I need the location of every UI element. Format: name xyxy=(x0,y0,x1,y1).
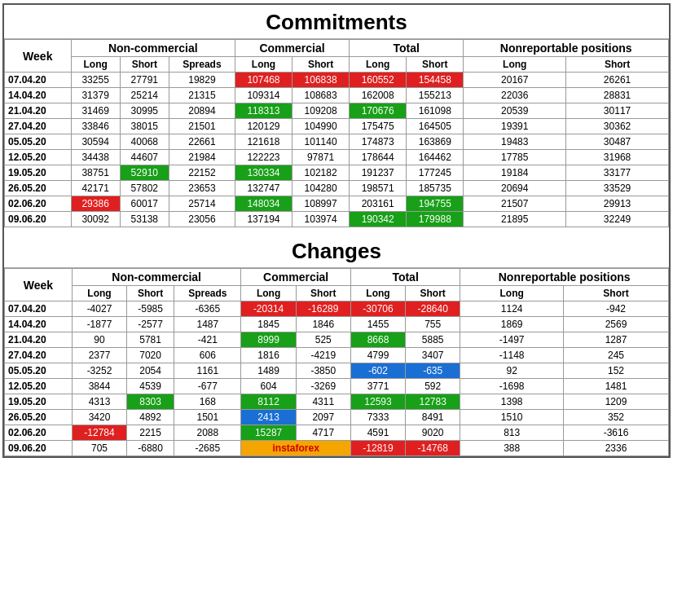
data-cell: 1816 xyxy=(241,348,296,363)
data-cell: 5885 xyxy=(406,332,460,348)
data-cell: 1481 xyxy=(564,379,669,394)
data-cell: 42171 xyxy=(71,181,120,196)
data-cell: 33529 xyxy=(566,181,669,196)
data-cell: 106838 xyxy=(293,73,350,88)
week-cell: 26.05.20 xyxy=(5,410,73,425)
week-cell: 21.04.20 xyxy=(5,332,73,348)
ch-nc-short-header: Short xyxy=(127,286,174,301)
data-cell: 102182 xyxy=(293,165,350,181)
total-header: Total xyxy=(350,40,464,57)
data-cell: 4539 xyxy=(127,379,174,394)
data-cell: 245 xyxy=(564,348,669,363)
data-cell: 29386 xyxy=(71,196,120,212)
data-cell: 185735 xyxy=(407,181,464,196)
data-cell: -16289 xyxy=(296,301,350,317)
data-cell: 32249 xyxy=(566,212,669,227)
data-cell: 33255 xyxy=(71,73,120,88)
data-cell: 1487 xyxy=(174,317,241,332)
data-cell: 38751 xyxy=(71,165,120,181)
data-cell: 132747 xyxy=(235,181,292,196)
data-cell: 148034 xyxy=(235,196,292,212)
week-cell: 19.05.20 xyxy=(5,394,73,410)
data-cell: 5781 xyxy=(127,332,174,348)
changes-total-header: Total xyxy=(350,269,460,286)
data-cell: -5985 xyxy=(127,301,174,317)
data-cell: 19184 xyxy=(464,165,566,181)
data-cell: 9020 xyxy=(406,425,460,441)
commitments-title: Commitments xyxy=(4,5,669,39)
week-cell: 05.05.20 xyxy=(5,363,73,379)
data-cell: 2097 xyxy=(296,410,350,425)
data-cell: 30362 xyxy=(566,119,669,134)
data-cell: 21501 xyxy=(169,119,235,134)
data-cell: 163869 xyxy=(407,134,464,150)
data-cell: 164462 xyxy=(407,150,464,165)
week-cell: 07.04.20 xyxy=(5,301,73,317)
data-cell: 177245 xyxy=(407,165,464,181)
data-cell: -942 xyxy=(564,301,669,317)
data-cell: -3616 xyxy=(564,425,669,441)
changes-commercial-header: Commercial xyxy=(241,269,350,286)
nr-long-header: Long xyxy=(464,57,566,73)
data-cell: 57802 xyxy=(120,181,169,196)
data-cell: 152 xyxy=(564,363,669,379)
nc-long-header: Long xyxy=(71,57,120,73)
data-cell: 4892 xyxy=(127,410,174,425)
changes-noncommercial-header: Non-commercial xyxy=(72,269,241,286)
data-cell: 2336 xyxy=(564,441,669,456)
data-cell: 160552 xyxy=(350,73,407,88)
data-cell: 20694 xyxy=(464,181,566,196)
data-cell: 2054 xyxy=(127,363,174,379)
nonreportable-header: Nonreportable positions xyxy=(464,40,669,57)
data-cell: 44607 xyxy=(120,150,169,165)
data-cell: 705 xyxy=(72,441,126,456)
ch-nr-long-header: Long xyxy=(460,286,564,301)
data-cell: 109314 xyxy=(235,88,292,103)
week-cell: 19.05.20 xyxy=(5,165,72,181)
data-cell: -3252 xyxy=(72,363,126,379)
data-cell: 7333 xyxy=(350,410,405,425)
week-cell: 09.06.20 xyxy=(5,441,73,456)
data-cell: 1287 xyxy=(564,332,669,348)
data-cell: 108683 xyxy=(293,88,350,103)
ch-c-short-header: Short xyxy=(296,286,350,301)
data-cell: 103974 xyxy=(293,212,350,227)
noncommercial-header: Non-commercial xyxy=(71,40,235,57)
data-cell: -4219 xyxy=(296,348,350,363)
nr-short-header: Short xyxy=(566,57,669,73)
data-cell: 21984 xyxy=(169,150,235,165)
data-cell: 31379 xyxy=(71,88,120,103)
data-cell: 194755 xyxy=(407,196,464,212)
data-cell: 19829 xyxy=(169,73,235,88)
data-cell: 3844 xyxy=(72,379,126,394)
data-cell: 1846 xyxy=(296,317,350,332)
commitments-table: Week Non-commercial Commercial Total Non… xyxy=(4,39,669,227)
data-cell: 12783 xyxy=(406,394,460,410)
data-cell: 191237 xyxy=(350,165,407,181)
week-cell: 14.04.20 xyxy=(5,317,73,332)
data-cell: 25214 xyxy=(120,88,169,103)
t-short-header: Short xyxy=(407,57,464,73)
data-cell: 19483 xyxy=(464,134,566,150)
week-cell: 14.04.20 xyxy=(5,88,72,103)
data-cell: 755 xyxy=(406,317,460,332)
data-cell: 2413 xyxy=(241,410,296,425)
data-cell: 8112 xyxy=(241,394,296,410)
data-cell: 8303 xyxy=(127,394,174,410)
data-cell: 155213 xyxy=(407,88,464,103)
data-cell: 3407 xyxy=(406,348,460,363)
data-cell: 1501 xyxy=(174,410,241,425)
ch-nr-short-header: Short xyxy=(564,286,669,301)
ch-nc-long-header: Long xyxy=(72,286,126,301)
data-cell: 31968 xyxy=(566,150,669,165)
data-cell: 30594 xyxy=(71,134,120,150)
week-cell: 27.04.20 xyxy=(5,348,73,363)
data-cell: 52910 xyxy=(120,165,169,181)
ch-c-long-header: Long xyxy=(241,286,296,301)
data-cell: 1510 xyxy=(460,410,564,425)
data-cell: 109208 xyxy=(293,103,350,119)
data-cell: 1124 xyxy=(460,301,564,317)
data-cell: 25714 xyxy=(169,196,235,212)
data-cell: 23056 xyxy=(169,212,235,227)
data-cell: -602 xyxy=(350,363,405,379)
